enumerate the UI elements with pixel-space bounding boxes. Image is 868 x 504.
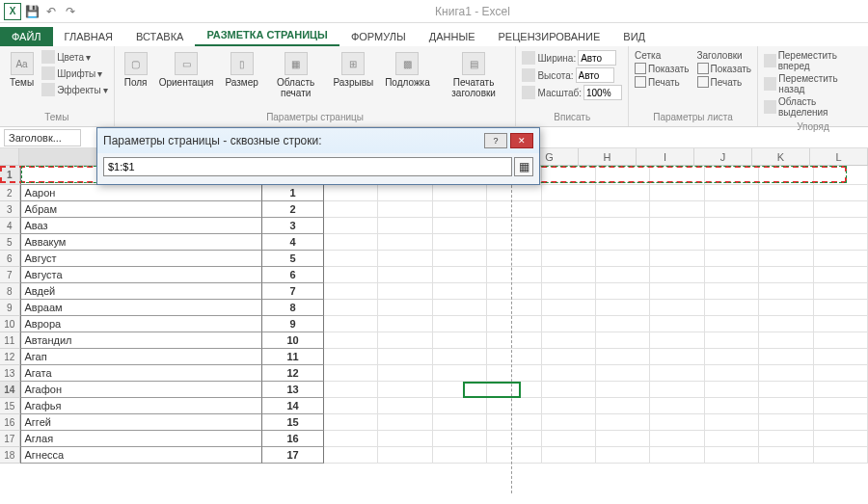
- cell[interactable]: [378, 398, 432, 414]
- cell[interactable]: [378, 201, 432, 218]
- cell[interactable]: [759, 267, 813, 283]
- cell[interactable]: [705, 398, 759, 414]
- cell[interactable]: [705, 332, 759, 349]
- row-header[interactable]: 6: [0, 251, 20, 267]
- tab-file[interactable]: ФАЙЛ: [0, 27, 53, 46]
- cell[interactable]: [378, 332, 432, 349]
- cell[interactable]: [324, 267, 378, 283]
- cell[interactable]: [650, 431, 704, 447]
- cell[interactable]: 15: [262, 414, 324, 431]
- undo-icon[interactable]: ↶: [42, 3, 60, 20]
- cell[interactable]: Агап: [20, 349, 263, 365]
- cell[interactable]: [759, 431, 813, 447]
- cell[interactable]: [433, 185, 487, 201]
- row-header[interactable]: 8: [0, 283, 20, 300]
- cell[interactable]: [705, 447, 759, 464]
- cell[interactable]: 10: [262, 332, 324, 349]
- cell[interactable]: [705, 166, 759, 185]
- cell[interactable]: [487, 300, 541, 316]
- col-header[interactable]: H: [579, 148, 637, 165]
- row-header[interactable]: 4: [0, 218, 20, 234]
- cell[interactable]: [705, 349, 759, 365]
- cell[interactable]: 1: [262, 185, 324, 201]
- cell[interactable]: [596, 332, 650, 349]
- cell[interactable]: [759, 398, 813, 414]
- cell[interactable]: 8: [262, 300, 324, 316]
- cell[interactable]: [324, 431, 378, 447]
- cell[interactable]: [759, 365, 813, 382]
- cell[interactable]: 16: [262, 431, 324, 447]
- cell[interactable]: [650, 316, 704, 332]
- cell[interactable]: [650, 349, 704, 365]
- cell[interactable]: [814, 267, 868, 283]
- worksheet-grid[interactable]: GHIJKL 1 Имена Номер 2Аарон13Абрам24Аваз…: [0, 148, 868, 464]
- scale-input[interactable]: [583, 85, 622, 100]
- cell[interactable]: 5: [262, 251, 324, 267]
- cell[interactable]: [705, 382, 759, 398]
- cell[interactable]: [596, 283, 650, 300]
- cell[interactable]: [596, 300, 650, 316]
- cell[interactable]: [814, 251, 868, 267]
- cell[interactable]: [324, 185, 378, 201]
- cell[interactable]: [596, 365, 650, 382]
- cell[interactable]: [433, 218, 487, 234]
- cell[interactable]: [814, 447, 868, 464]
- row-header[interactable]: 16: [0, 414, 20, 431]
- cell[interactable]: [596, 185, 650, 201]
- cell[interactable]: [596, 234, 650, 251]
- cell[interactable]: Агафья: [20, 398, 263, 414]
- row-header[interactable]: 9: [0, 300, 20, 316]
- cell[interactable]: Авраам: [20, 300, 263, 316]
- cell[interactable]: [378, 365, 432, 382]
- cell[interactable]: [650, 283, 704, 300]
- cell[interactable]: [433, 251, 487, 267]
- cell[interactable]: [759, 300, 813, 316]
- cell[interactable]: [487, 382, 541, 398]
- cell[interactable]: [487, 283, 541, 300]
- row-header[interactable]: 13: [0, 365, 20, 382]
- cell[interactable]: [433, 267, 487, 283]
- cell[interactable]: [596, 267, 650, 283]
- cell[interactable]: [324, 251, 378, 267]
- cell[interactable]: [759, 201, 813, 218]
- headings-view-check[interactable]: Показать: [697, 63, 752, 74]
- cell[interactable]: [650, 382, 704, 398]
- cell[interactable]: [759, 316, 813, 332]
- cell[interactable]: [542, 218, 596, 234]
- cell[interactable]: [759, 218, 813, 234]
- cell[interactable]: [650, 447, 704, 464]
- cell[interactable]: [759, 283, 813, 300]
- cell[interactable]: [324, 414, 378, 431]
- cell[interactable]: [759, 332, 813, 349]
- cell[interactable]: Агата: [20, 365, 263, 382]
- colors-button[interactable]: Цвета ▾: [41, 50, 107, 64]
- cell[interactable]: [378, 414, 432, 431]
- cell[interactable]: [378, 447, 432, 464]
- cell[interactable]: [596, 431, 650, 447]
- cell[interactable]: [378, 349, 432, 365]
- cell[interactable]: [378, 382, 432, 398]
- cell[interactable]: Аггей: [20, 414, 263, 431]
- cell[interactable]: [433, 316, 487, 332]
- breaks-button[interactable]: ⊞Разрывы: [330, 50, 378, 100]
- cell[interactable]: Абрам: [20, 201, 263, 218]
- cell[interactable]: [759, 251, 813, 267]
- cell[interactable]: [433, 234, 487, 251]
- cell[interactable]: 7: [262, 283, 324, 300]
- cell[interactable]: [650, 218, 704, 234]
- cell[interactable]: [596, 316, 650, 332]
- width-input[interactable]: [578, 50, 616, 66]
- page-setup-dialog[interactable]: Параметры страницы - сквозные строки: ? …: [96, 127, 540, 185]
- send-backward-button[interactable]: Переместить назад: [764, 73, 862, 94]
- col-header[interactable]: L: [810, 148, 868, 165]
- cell[interactable]: [433, 398, 487, 414]
- cell[interactable]: [596, 447, 650, 464]
- cell[interactable]: [705, 234, 759, 251]
- cell[interactable]: [650, 234, 704, 251]
- gridlines-print-check[interactable]: Печать: [635, 76, 690, 88]
- cell[interactable]: [487, 316, 541, 332]
- tab-review[interactable]: РЕЦЕНЗИРОВАНИЕ: [487, 27, 612, 46]
- cell[interactable]: 6: [262, 267, 324, 283]
- cell[interactable]: [814, 349, 868, 365]
- cell[interactable]: Аввакум: [20, 234, 263, 251]
